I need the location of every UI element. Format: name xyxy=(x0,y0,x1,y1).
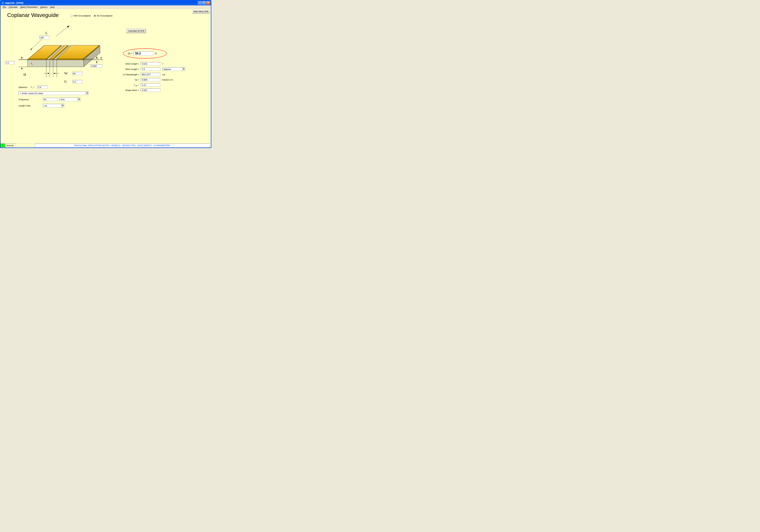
unit-wavelength: um xyxy=(162,73,165,76)
dropdown-frequency-units[interactable]: GHz xyxy=(59,98,80,101)
svg-rect-6 xyxy=(203,2,205,4)
unit-ohm: Ω xyxy=(155,52,157,55)
radio-icon xyxy=(94,15,96,17)
output-elect-length-lambda: 0.022 xyxy=(141,62,160,65)
menubar: File Calculate Select Parameters Options… xyxy=(0,5,211,9)
calculate-z0-button[interactable]: Calculate Z0 [F4] xyxy=(126,29,146,33)
output-elect-length-deg: 7.9 xyxy=(141,68,160,71)
titlebar-text: AppCAD - [CPW] xyxy=(5,2,23,4)
web-link[interactable]: Click for Web: APPLICATION NOTES - MODEL… xyxy=(35,144,210,147)
output-shape-factor: 0.922 xyxy=(141,88,160,92)
radio-icon xyxy=(71,15,73,17)
svg-marker-17 xyxy=(57,59,83,60)
dropdown-freq-units-text: GHz xyxy=(60,98,77,101)
menu-options[interactable]: Options xyxy=(39,6,49,9)
status-bar: Normal Click for Web: APPLICATION NOTES … xyxy=(1,143,211,147)
input-frequency[interactable] xyxy=(43,98,58,101)
input-G[interactable] xyxy=(72,80,82,83)
output-z0: 50.2 xyxy=(134,51,153,56)
client-area: Main Menu [F8] Coplanar Waveguide With G… xyxy=(0,9,211,148)
radio-with-groundplane[interactable]: With Groundplane xyxy=(71,15,91,17)
dropdown-length-units-text: um xyxy=(43,105,61,107)
dropdown-length-units[interactable]: um xyxy=(43,104,64,107)
svg-marker-35 xyxy=(21,68,22,69)
dropdown-dielectric-text: -> Enter custom Er value xyxy=(19,92,85,95)
svg-marker-43 xyxy=(54,73,55,74)
svg-marker-51 xyxy=(183,69,184,70)
maximize-button[interactable] xyxy=(202,1,206,5)
input-dielectric-er[interactable] xyxy=(37,85,47,89)
label-z0: Z0 = xyxy=(128,52,132,55)
label-elect-length-lambda: Elect Length = xyxy=(108,63,141,65)
output-vp: 0.909 xyxy=(141,78,160,81)
label-length-units: Length Units: xyxy=(19,105,41,107)
status-mode: Normal xyxy=(5,144,15,147)
dropdown-angle-units-text: degrees xyxy=(163,68,182,71)
label-frequency: Frequency: xyxy=(19,98,41,101)
chevron-down-icon xyxy=(77,98,80,101)
radio-label: No Groundplane xyxy=(97,15,113,17)
output-wavelength: 6811.877 xyxy=(141,73,160,76)
output-eps-eff: 1.21 xyxy=(141,83,160,86)
groundplane-radio-group: With Groundplane No Groundplane xyxy=(71,15,113,17)
svg-marker-22 xyxy=(67,25,69,27)
close-button[interactable] xyxy=(206,1,210,5)
svg-marker-25 xyxy=(96,57,97,59)
dropdown-angle-units[interactable]: degrees xyxy=(162,67,185,71)
status-led-icon xyxy=(1,144,5,147)
chevron-down-icon xyxy=(85,92,88,95)
dropdown-dielectric[interactable]: -> Enter custom Er value xyxy=(19,91,89,95)
output-z0-row: Z0 = 50.2 Ω xyxy=(108,51,195,56)
svg-marker-27 xyxy=(96,61,97,63)
unit-lambda: λ xyxy=(162,63,163,65)
svg-rect-5 xyxy=(199,3,201,4)
cpw-diagram: L T H εr W G xyxy=(19,24,103,77)
svg-marker-49 xyxy=(78,99,80,100)
menu-select-parameters[interactable]: Select Parameters xyxy=(19,6,39,9)
svg-marker-41 xyxy=(48,73,49,74)
label-W: W xyxy=(64,71,68,75)
app-window: AppCAD - [CPW] File Calculate Select Par… xyxy=(0,0,211,148)
menu-help[interactable]: Help xyxy=(49,6,56,9)
label-vp: Vp = xyxy=(108,78,141,81)
svg-marker-50 xyxy=(62,105,63,106)
unit-vp: fraction of c xyxy=(162,78,173,81)
label-er-symbol: ε r = xyxy=(31,85,35,89)
output-panel: Z0 = 50.2 Ω Elect Length = 0.022 λ Elect… xyxy=(108,51,195,94)
input-T[interactable] xyxy=(91,64,102,68)
minimize-button[interactable] xyxy=(198,1,202,5)
page-title: Coplanar Waveguide xyxy=(7,12,59,18)
input-W[interactable] xyxy=(72,72,82,75)
label-epsilon-r: εr xyxy=(31,61,32,65)
svg-marker-7 xyxy=(27,60,84,67)
main-menu-button[interactable]: Main Menu [F8] xyxy=(192,10,210,13)
svg-point-4 xyxy=(2,3,3,3)
svg-marker-11 xyxy=(28,59,46,60)
label-T: T xyxy=(100,56,102,61)
label-wavelength: 1.0 Wavelength = xyxy=(108,73,141,76)
menu-file[interactable]: File xyxy=(1,6,8,9)
input-L[interactable] xyxy=(39,36,50,39)
label-shape-factor: Shape factor = xyxy=(108,89,141,91)
label-G: G xyxy=(64,79,67,84)
label-dielectric: Dielectric: xyxy=(19,86,28,88)
app-icon xyxy=(1,2,4,4)
titlebar: AppCAD - [CPW] xyxy=(0,0,211,5)
svg-marker-33 xyxy=(21,58,22,59)
svg-line-21 xyxy=(56,25,69,36)
label-eps-eff: ε eff = xyxy=(108,83,141,86)
svg-marker-48 xyxy=(86,93,88,94)
radio-label: With Groundplane xyxy=(74,15,91,17)
menu-calculate[interactable]: Calculate xyxy=(8,6,19,9)
chevron-down-icon xyxy=(61,104,64,107)
left-parameters: Dielectric: ε r = -> Enter custom Er val… xyxy=(19,85,95,110)
svg-marker-14 xyxy=(50,59,53,60)
label-H: H xyxy=(24,73,26,77)
label-elect-length-deg: Elect Length = xyxy=(108,68,141,71)
radio-no-groundplane[interactable]: No Groundplane xyxy=(94,15,113,17)
label-L: L xyxy=(45,31,48,35)
svg-marker-20 xyxy=(30,48,32,50)
chevron-down-icon xyxy=(182,68,185,71)
input-H[interactable] xyxy=(6,61,15,64)
